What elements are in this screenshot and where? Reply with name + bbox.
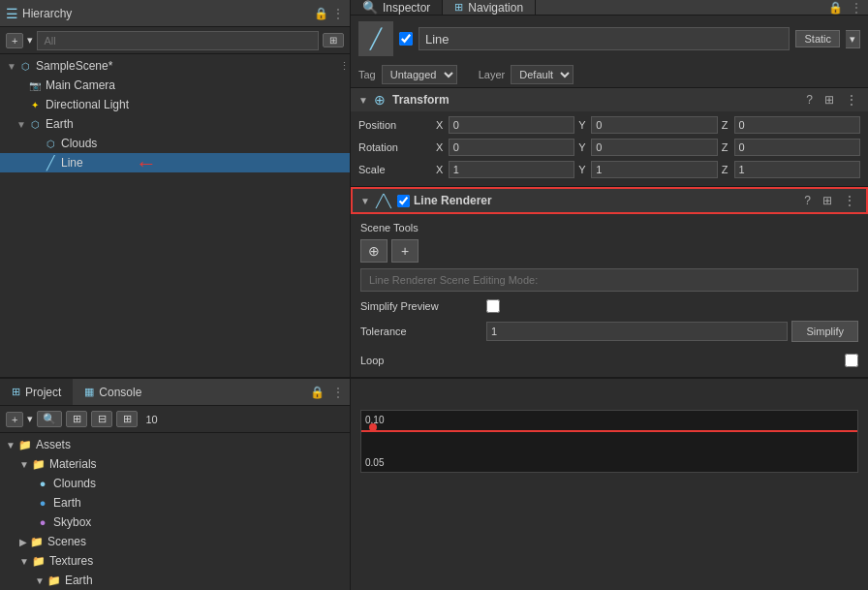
tab-console[interactable]: ▦ Console (73, 379, 153, 405)
hierarchy-search[interactable] (37, 31, 319, 50)
simplify-button[interactable]: Simplify (791, 321, 858, 342)
hierarchy-clouds[interactable]: ⬡ Clouds (0, 134, 350, 153)
scene-icon: ⬡ (17, 58, 33, 74)
earth-textures-folder[interactable]: ▼ 📁 Earth (0, 571, 350, 590)
project-filter2-btn[interactable]: ⊟ (91, 411, 112, 427)
scenes-folder[interactable]: ▶ 📁 Scenes (0, 532, 350, 551)
scene-mode-input[interactable] (360, 268, 858, 292)
transform-fields: Position X Y Z (351, 111, 868, 186)
hierarchy-directional-light[interactable]: ✦ Directional Light (0, 95, 350, 114)
tab-project[interactable]: ⊞ Project (0, 379, 73, 405)
hierarchy-lock-icon: 🔒 (314, 7, 328, 20)
scale-z-label: Z (722, 164, 732, 175)
inspector-tabs: 🔍 Inspector ⊞ Navigation 🔒 ⋮ (351, 0, 868, 16)
assets-label: Assets (36, 438, 71, 451)
project-toolbar: + ▾ 🔍 ⊞ ⊟ ⊞ 10 (0, 406, 350, 433)
scene-tool-pin-btn[interactable]: ⊕ (360, 239, 388, 263)
position-z-field: Z (722, 116, 860, 134)
camera-icon: 📷 (27, 78, 43, 93)
scene-menu-icon[interactable]: ⋮ (339, 60, 350, 73)
line-renderer-help-btn[interactable]: ? (801, 193, 814, 208)
assets-root[interactable]: ▼ 📁 Assets (0, 435, 350, 454)
static-dropdown-button[interactable]: ▾ (846, 30, 860, 48)
width-graph[interactable]: 0.10 0.05 (360, 410, 858, 473)
line-renderer-title: Line Renderer (414, 194, 492, 207)
project-panel: ⊞ Project ▦ Console 🔒 ⋮ + ▾ 🔍 ⊞ ⊟ ⊞ 10 (0, 379, 351, 590)
transform-menu-btn[interactable]: ⋮ (843, 92, 860, 108)
clounds-item[interactable]: ● Clounds (0, 474, 350, 493)
rotation-z-field: Z (722, 139, 860, 156)
position-z-input[interactable] (734, 116, 860, 134)
rotation-y-input[interactable] (591, 139, 717, 156)
position-y-input[interactable] (591, 116, 717, 134)
transform-preset-btn[interactable]: ⊞ (822, 92, 837, 108)
hierarchy-main-camera[interactable]: 📷 Main Camera (0, 76, 350, 95)
line-renderer-menu-btn[interactable]: ⋮ (841, 193, 858, 208)
assets-arrow-icon: ▼ (6, 440, 16, 450)
project-search-btn[interactable]: 🔍 (37, 411, 62, 427)
project-add-btn[interactable]: + (6, 412, 23, 427)
simplify-preview-checkbox[interactable] (486, 299, 500, 313)
project-tab-label: Project (25, 386, 61, 399)
hierarchy-earth[interactable]: ▼ ⬡ Earth (0, 114, 350, 134)
line-icon: ╱ (43, 155, 58, 171)
tab-navigation[interactable]: ⊞ Navigation (443, 0, 536, 15)
loop-checkbox[interactable] (845, 354, 858, 367)
scale-row: Scale X Y Z (358, 160, 860, 179)
scale-y-input[interactable] (591, 161, 717, 178)
scene-arrow-icon: ▼ (6, 61, 17, 72)
line-renderer-checkbox[interactable] (397, 195, 410, 207)
earth-material-item[interactable]: ● Earth (0, 493, 350, 512)
object-name-input[interactable] (418, 27, 790, 50)
nav-tab-icon: ⊞ (454, 1, 463, 14)
skybox-item[interactable]: ● Skybox (0, 512, 350, 532)
object-icon-box: ╱ (358, 21, 393, 56)
tolerance-row: Tolerance Simplify (360, 321, 858, 342)
line-renderer-preset-btn[interactable]: ⊞ (820, 193, 835, 208)
rotation-z-input[interactable] (734, 139, 860, 156)
inspector-panel: 🔍 Inspector ⊞ Navigation 🔒 ⋮ ╱ Static ▾ (351, 0, 868, 377)
transform-header[interactable]: ▼ ⊕ Transform ? ⊞ ⋮ (351, 88, 868, 111)
clounds-sphere-icon: ● (35, 476, 50, 491)
pos-y-label: Y (578, 119, 589, 131)
scale-z-input[interactable] (734, 161, 860, 178)
line-renderer-header-left: ▼ ╱╲ Line Renderer (360, 194, 797, 208)
hierarchy-scene-item[interactable]: ▼ ⬡ SampleScene* ⋮ (0, 56, 350, 76)
inspector-lock-icon[interactable]: 🔒 (828, 1, 843, 15)
transform-help-btn[interactable]: ? (803, 92, 816, 108)
static-button[interactable]: Static (795, 30, 840, 47)
tag-dropdown[interactable]: Untagged (382, 65, 457, 84)
materials-folder[interactable]: ▼ 📁 Materials (0, 454, 350, 474)
project-menu-icon[interactable]: ⋮ (332, 386, 344, 399)
tab-inspector[interactable]: 🔍 Inspector (351, 0, 443, 15)
layer-dropdown[interactable]: Default (511, 65, 574, 84)
width-line (361, 430, 857, 432)
scene-tool-add-btn[interactable]: + (391, 239, 418, 263)
assets-folder-icon: 📁 (17, 437, 33, 452)
textures-folder[interactable]: ▼ 📁 Textures (0, 551, 350, 571)
hierarchy-header: ☰ Hierarchy 🔒 ⋮ (0, 0, 350, 27)
project-filter3-btn[interactable]: ⊞ (116, 411, 138, 427)
hierarchy-menu-icon[interactable]: ⋮ (332, 7, 344, 20)
inspector-menu-icon[interactable]: ⋮ (851, 1, 862, 15)
add-button[interactable]: + (6, 33, 23, 48)
rotation-xyz: X Y Z (436, 139, 860, 156)
pos-x-label: X (436, 119, 447, 131)
earth-arrow-icon: ▼ (16, 119, 27, 130)
width-bottom-value: 0.05 (365, 457, 384, 468)
scale-x-input[interactable] (449, 161, 574, 178)
line-renderer-header[interactable]: ▼ ╱╲ Line Renderer ? ⊞ ⋮ (351, 187, 868, 214)
scene-tools-section: Scene Tools ⊕ + Simplify Preview Toleran… (351, 214, 868, 350)
line-renderer-icon: ╱╲ (376, 194, 391, 208)
position-y-field: Y (578, 116, 717, 134)
tolerance-input[interactable] (486, 322, 788, 341)
hierarchy-line[interactable]: ╱ Line ← (0, 153, 350, 172)
project-lock-icon[interactable]: 🔒 (310, 386, 325, 399)
object-active-checkbox[interactable] (399, 32, 413, 46)
hierarchy-filter-btn[interactable]: ⊞ (323, 33, 344, 47)
width-dot[interactable] (369, 423, 377, 431)
position-x-input[interactable] (449, 116, 574, 134)
clouds-label: Clouds (61, 137, 97, 150)
project-filter1-btn[interactable]: ⊞ (66, 411, 87, 427)
rotation-x-input[interactable] (449, 139, 574, 156)
